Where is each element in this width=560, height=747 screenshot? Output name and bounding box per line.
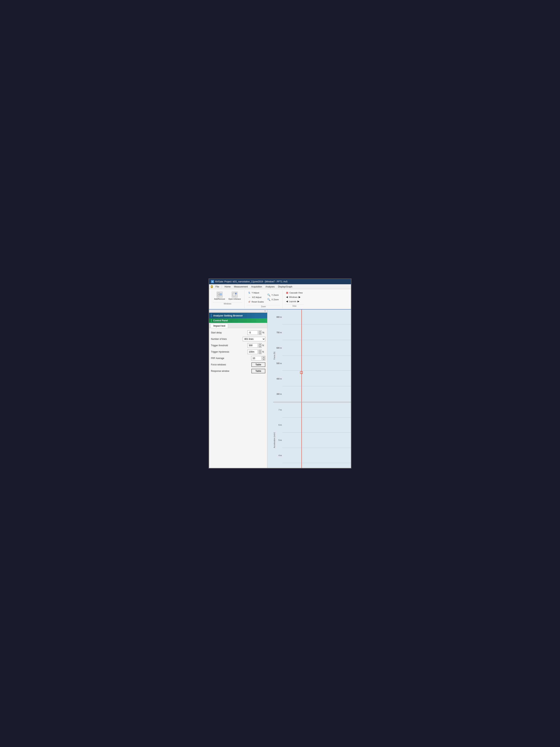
menu-file[interactable]: File (214, 285, 220, 288)
chart-section-force: 800 m 700 m 600 m 500 m 400 m 300 m Forc… (273, 309, 351, 402)
x-zoom-button[interactable]: 🔍 X Zoom (266, 298, 280, 302)
menu-display[interactable]: Display/Graph (276, 285, 294, 288)
y-zoom-button[interactable]: 🔍 Y Zoom (266, 293, 280, 297)
ribbon-group-view: ▦ Cascade View ◀ Windows ▶ ◀ Layouts ▶ V… (283, 290, 306, 308)
trigger-threshold-label: Trigger threshold (211, 344, 246, 347)
start-delay-spinner[interactable]: ▲ ▼ (259, 330, 262, 335)
start-delay-label: Start delay (211, 331, 246, 334)
force-grid-svg (283, 309, 351, 402)
accel-grid-svg (283, 402, 351, 469)
layouts-icon: ◀ (286, 300, 288, 303)
y-label-4m: 4 m (278, 455, 282, 457)
open-infotrace-icon (232, 292, 238, 298)
frf-average-input[interactable] (251, 356, 262, 361)
start-delay-down[interactable]: ▼ (259, 333, 262, 335)
trigger-hysteresis-row: Trigger Hysteresis ▲ ▼ N (211, 350, 265, 354)
start-delay-unit: % (262, 331, 265, 334)
svg-rect-7 (233, 293, 235, 296)
x-zoom-label: X Zoom (271, 299, 279, 301)
chart-section-accel: 7 m 6 m 5 m 4 m 3 m Acceleration (m/s²) (273, 402, 351, 469)
cascade-view-button[interactable]: ▦ Cascade View (285, 291, 304, 294)
y-adjust-button[interactable]: ⇅ Y Adjust (247, 291, 265, 295)
start-delay-input[interactable] (247, 330, 258, 335)
y-label-400m: 400 m (276, 378, 282, 380)
cascade-label: Cascade View (289, 292, 302, 294)
zoom-right-actions: 🔍 Y Zoom 🔍 X Zoom (266, 293, 280, 302)
trigger-hysteresis-up[interactable]: ▲ (259, 350, 262, 352)
windows-label: Windows (289, 296, 297, 298)
chart-area: 2 800 m 700 m 600 m 500 m 400 m 300 m Fo… (267, 309, 351, 469)
y-label-5m: 5 m (278, 439, 282, 441)
response-window-table-button[interactable]: Table (251, 369, 265, 373)
panel-tab-bar: Impact test (209, 323, 267, 328)
ribbon: Add/Remove Open Infotrace Windows (209, 289, 351, 309)
frf-average-row: FRF Average ▲ ▼ (211, 356, 265, 361)
y-label-800m: 800 m (276, 316, 282, 318)
start-delay-up[interactable]: ▲ (259, 330, 262, 333)
main-area: × Analyzer Setting Browser Control Panel… (209, 309, 351, 469)
trigger-hysteresis-input-group: ▲ ▼ N (247, 350, 265, 354)
frf-average-up[interactable]: ▲ (262, 356, 265, 358)
frf-average-spinner[interactable]: ▲ ▼ (262, 356, 265, 361)
force-windows-table-button[interactable]: Table (251, 362, 265, 367)
y-zoom-label: Y Zoom (271, 294, 279, 296)
trigger-threshold-input-group: ▲ ▼ N (247, 343, 265, 348)
menu-bar: File Home Measurement Acquisition Analys… (209, 284, 351, 289)
trigger-hysteresis-label: Trigger Hysteresis (211, 351, 246, 353)
accel-axis-label: Acceleration (m/s²) (273, 432, 275, 448)
trigger-hysteresis-unit: N (262, 351, 265, 353)
menu-home[interactable]: Home (223, 285, 232, 288)
number-of-lines-input-group: 801 lines 1601 lines 3201 lines 6401 lin… (243, 337, 265, 341)
impact-test-tab[interactable]: Impact test (211, 324, 228, 328)
view-group-label: View (285, 304, 304, 307)
layouts-label: Layouts (289, 300, 296, 303)
menu-acquisition[interactable]: Acquisition (250, 285, 264, 288)
panel-content: Start delay ▲ ▼ % Number of lines (209, 328, 267, 469)
trigger-threshold-down[interactable]: ▼ (259, 345, 262, 348)
force-windows-row: Force windows Table (211, 362, 265, 367)
ribbon-group-windows: Add/Remove Open Infotrace Windows (211, 290, 245, 308)
ribbon-zoom-actions: ⇅ Y Adjust ↔ X/Z Adjust ↺ Reset Scales 🔍 (247, 291, 280, 304)
y-adjust-label: Y Adjust (251, 292, 259, 294)
reset-scales-button[interactable]: ↺ Reset Scales (247, 300, 265, 304)
analyzer-panel: × Analyzer Setting Browser Control Panel… (209, 309, 267, 469)
analyzer-header-text: Analyzer Setting Browser (213, 314, 243, 317)
add-remove-button[interactable]: Add/Remove (213, 291, 226, 301)
open-infotrace-button[interactable]: Open Infotrace (227, 291, 242, 301)
panel-close-button[interactable]: × (264, 310, 266, 312)
y-label-7m: 7 m (278, 409, 282, 411)
number-of-lines-row: Number of lines 801 lines 1601 lines 320… (211, 337, 265, 341)
svg-rect-17 (300, 371, 302, 374)
open-infotrace-label: Open Infotrace (229, 298, 241, 300)
svg-rect-4 (218, 293, 220, 294)
force-windows-label: Force windows (211, 363, 250, 366)
y-label-600m: 600 m (276, 347, 282, 349)
xz-adjust-label: X/Z Adjust (252, 296, 261, 299)
menu-measurement[interactable]: Measurement (232, 285, 249, 288)
control-header-text: Control Panel (213, 319, 228, 322)
app-logo: N (211, 280, 214, 283)
y-label-700m: 700 m (276, 332, 282, 334)
trigger-hysteresis-input[interactable] (247, 350, 258, 354)
svg-rect-2 (211, 286, 212, 287)
title-text: NVGate: Project: id31_nanostation_11june… (215, 280, 288, 283)
trigger-threshold-up[interactable]: ▲ (259, 343, 262, 345)
trigger-threshold-spinner[interactable]: ▲ ▼ (259, 343, 262, 348)
xz-adjust-button[interactable]: ↔ X/Z Adjust (247, 295, 265, 299)
windows-view-button[interactable]: ◀ Windows ▶ (285, 295, 304, 299)
menu-analyses[interactable]: Analyses (264, 285, 276, 288)
trigger-threshold-input[interactable] (247, 343, 258, 348)
layouts-button[interactable]: ◀ Layouts ▶ (285, 299, 304, 303)
screen-wrapper: N NVGate: Project: id31_nanostation_11ju… (209, 278, 351, 469)
panel-close-bar: × (209, 309, 267, 313)
frf-average-down[interactable]: ▼ (262, 358, 265, 361)
response-window-row: Response window Table (211, 369, 265, 373)
trigger-hysteresis-down[interactable]: ▼ (259, 352, 262, 354)
xz-adjust-icon: ↔ (248, 296, 251, 299)
number-of-lines-select[interactable]: 801 lines 1601 lines 3201 lines 6401 lin… (243, 337, 265, 341)
trigger-hysteresis-spinner[interactable]: ▲ ▼ (259, 350, 262, 354)
view-actions: ▦ Cascade View ◀ Windows ▶ ◀ Layouts ▶ (285, 291, 304, 303)
zoom-group-label: Zoom (247, 305, 280, 308)
frf-average-input-group: ▲ ▼ (251, 356, 265, 361)
svg-rect-5 (218, 294, 220, 296)
